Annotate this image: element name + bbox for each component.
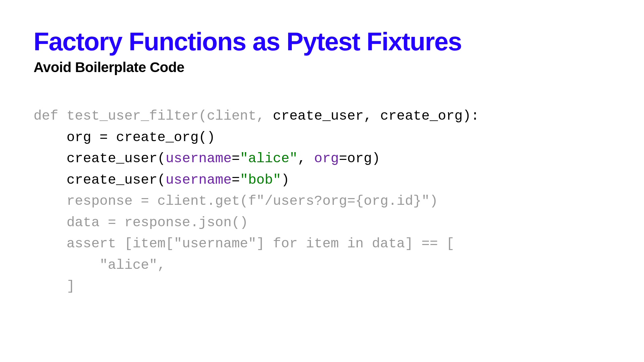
code-line-4-suffix: ) — [281, 172, 289, 188]
code-line-7: assert [item["username"] for item in dat… — [34, 236, 454, 251]
slide-title: Factory Functions as Pytest Fixtures — [34, 27, 610, 56]
code-line-5: response = client.get(f"/users?org={org.… — [34, 193, 438, 209]
code-line-3-mid: , — [298, 151, 314, 166]
code-line-3-kwarg1: username — [166, 151, 232, 166]
code-line-9: ] — [34, 279, 75, 294]
code-line-2: org = create_org() — [34, 130, 215, 145]
code-line-4-str: "bob" — [240, 172, 281, 188]
code-line-4-kwarg: username — [166, 172, 232, 188]
code-block: def test_user_filter(client, create_user… — [34, 106, 610, 297]
code-line-3-prefix: create_user( — [34, 151, 166, 166]
code-line-3-kwarg2: org — [314, 151, 339, 166]
code-line-3-eq1: = — [232, 151, 240, 166]
code-line-4-eq: = — [232, 172, 240, 188]
code-line-8: "alice", — [34, 257, 166, 273]
slide-subtitle: Avoid Boilerplate Code — [34, 59, 610, 75]
code-line-1-params: create_user, create_org): — [273, 108, 479, 124]
code-line-4-prefix: create_user( — [34, 172, 166, 188]
code-line-1-dim: def test_user_filter(client, — [34, 108, 273, 124]
code-line-3-str1: "alice" — [240, 151, 298, 166]
code-line-6: data = response.json() — [34, 215, 248, 230]
code-line-3-eq2: =org) — [339, 151, 380, 166]
